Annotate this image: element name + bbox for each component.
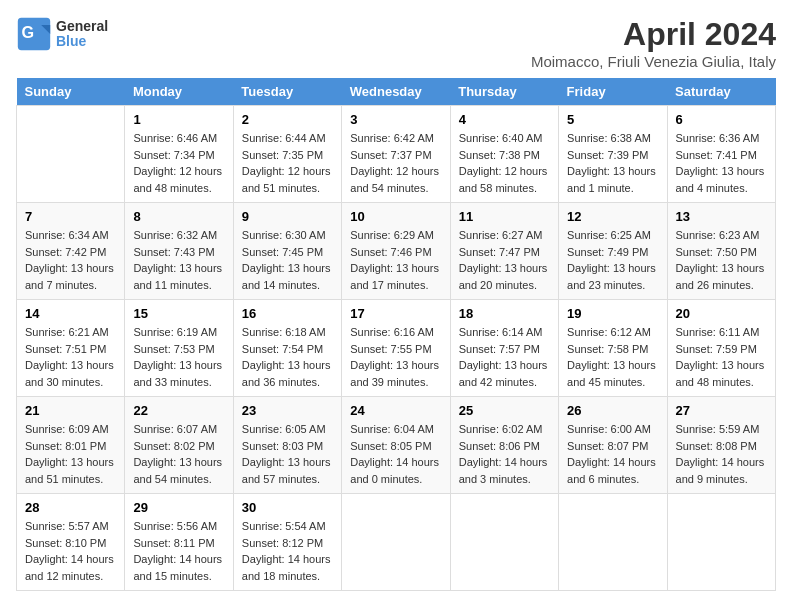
- day-info: Sunrise: 6:21 AM Sunset: 7:51 PM Dayligh…: [25, 324, 116, 390]
- day-info: Sunrise: 6:11 AM Sunset: 7:59 PM Dayligh…: [676, 324, 767, 390]
- day-info: Sunrise: 6:18 AM Sunset: 7:54 PM Dayligh…: [242, 324, 333, 390]
- calendar-cell: 8Sunrise: 6:32 AM Sunset: 7:43 PM Daylig…: [125, 203, 233, 300]
- day-number: 12: [567, 209, 658, 224]
- calendar-cell: 9Sunrise: 6:30 AM Sunset: 7:45 PM Daylig…: [233, 203, 341, 300]
- calendar-cell: 24Sunrise: 6:04 AM Sunset: 8:05 PM Dayli…: [342, 397, 450, 494]
- day-number: 4: [459, 112, 550, 127]
- days-of-week-row: SundayMondayTuesdayWednesdayThursdayFrid…: [17, 78, 776, 106]
- page-header: G General Blue April 2024 Moimacco, Friu…: [16, 16, 776, 70]
- day-number: 1: [133, 112, 224, 127]
- calendar-week-row: 21Sunrise: 6:09 AM Sunset: 8:01 PM Dayli…: [17, 397, 776, 494]
- calendar-cell: 19Sunrise: 6:12 AM Sunset: 7:58 PM Dayli…: [559, 300, 667, 397]
- calendar-cell: 2Sunrise: 6:44 AM Sunset: 7:35 PM Daylig…: [233, 106, 341, 203]
- calendar-cell: 15Sunrise: 6:19 AM Sunset: 7:53 PM Dayli…: [125, 300, 233, 397]
- subtitle: Moimacco, Friuli Venezia Giulia, Italy: [531, 53, 776, 70]
- day-number: 5: [567, 112, 658, 127]
- day-of-week-header: Monday: [125, 78, 233, 106]
- calendar-cell: 5Sunrise: 6:38 AM Sunset: 7:39 PM Daylig…: [559, 106, 667, 203]
- day-info: Sunrise: 6:14 AM Sunset: 7:57 PM Dayligh…: [459, 324, 550, 390]
- day-info: Sunrise: 5:57 AM Sunset: 8:10 PM Dayligh…: [25, 518, 116, 584]
- calendar-cell: 11Sunrise: 6:27 AM Sunset: 7:47 PM Dayli…: [450, 203, 558, 300]
- day-of-week-header: Thursday: [450, 78, 558, 106]
- logo-text: General Blue: [56, 19, 108, 50]
- calendar-cell: 21Sunrise: 6:09 AM Sunset: 8:01 PM Dayli…: [17, 397, 125, 494]
- calendar-cell: 6Sunrise: 6:36 AM Sunset: 7:41 PM Daylig…: [667, 106, 775, 203]
- day-of-week-header: Tuesday: [233, 78, 341, 106]
- calendar-cell: [450, 494, 558, 591]
- calendar-cell: 26Sunrise: 6:00 AM Sunset: 8:07 PM Dayli…: [559, 397, 667, 494]
- calendar-cell: 25Sunrise: 6:02 AM Sunset: 8:06 PM Dayli…: [450, 397, 558, 494]
- day-info: Sunrise: 6:12 AM Sunset: 7:58 PM Dayligh…: [567, 324, 658, 390]
- day-number: 17: [350, 306, 441, 321]
- calendar-cell: 12Sunrise: 6:25 AM Sunset: 7:49 PM Dayli…: [559, 203, 667, 300]
- day-info: Sunrise: 5:59 AM Sunset: 8:08 PM Dayligh…: [676, 421, 767, 487]
- day-info: Sunrise: 6:25 AM Sunset: 7:49 PM Dayligh…: [567, 227, 658, 293]
- calendar-cell: [667, 494, 775, 591]
- day-number: 2: [242, 112, 333, 127]
- day-info: Sunrise: 6:02 AM Sunset: 8:06 PM Dayligh…: [459, 421, 550, 487]
- day-number: 14: [25, 306, 116, 321]
- day-info: Sunrise: 6:36 AM Sunset: 7:41 PM Dayligh…: [676, 130, 767, 196]
- calendar-cell: 14Sunrise: 6:21 AM Sunset: 7:51 PM Dayli…: [17, 300, 125, 397]
- day-info: Sunrise: 6:09 AM Sunset: 8:01 PM Dayligh…: [25, 421, 116, 487]
- calendar-cell: 17Sunrise: 6:16 AM Sunset: 7:55 PM Dayli…: [342, 300, 450, 397]
- day-number: 3: [350, 112, 441, 127]
- day-info: Sunrise: 6:16 AM Sunset: 7:55 PM Dayligh…: [350, 324, 441, 390]
- day-info: Sunrise: 6:46 AM Sunset: 7:34 PM Dayligh…: [133, 130, 224, 196]
- day-number: 7: [25, 209, 116, 224]
- day-number: 6: [676, 112, 767, 127]
- calendar-cell: 27Sunrise: 5:59 AM Sunset: 8:08 PM Dayli…: [667, 397, 775, 494]
- day-number: 27: [676, 403, 767, 418]
- day-number: 24: [350, 403, 441, 418]
- day-number: 29: [133, 500, 224, 515]
- calendar-cell: 7Sunrise: 6:34 AM Sunset: 7:42 PM Daylig…: [17, 203, 125, 300]
- calendar-cell: 10Sunrise: 6:29 AM Sunset: 7:46 PM Dayli…: [342, 203, 450, 300]
- day-number: 9: [242, 209, 333, 224]
- day-info: Sunrise: 6:30 AM Sunset: 7:45 PM Dayligh…: [242, 227, 333, 293]
- calendar-cell: 18Sunrise: 6:14 AM Sunset: 7:57 PM Dayli…: [450, 300, 558, 397]
- day-of-week-header: Wednesday: [342, 78, 450, 106]
- calendar-body: 1Sunrise: 6:46 AM Sunset: 7:34 PM Daylig…: [17, 106, 776, 591]
- calendar-header: SundayMondayTuesdayWednesdayThursdayFrid…: [17, 78, 776, 106]
- day-number: 11: [459, 209, 550, 224]
- logo: G General Blue: [16, 16, 108, 52]
- calendar-cell: 13Sunrise: 6:23 AM Sunset: 7:50 PM Dayli…: [667, 203, 775, 300]
- day-info: Sunrise: 6:19 AM Sunset: 7:53 PM Dayligh…: [133, 324, 224, 390]
- logo-icon: G: [16, 16, 52, 52]
- day-number: 26: [567, 403, 658, 418]
- day-number: 19: [567, 306, 658, 321]
- calendar-cell: [559, 494, 667, 591]
- calendar-table: SundayMondayTuesdayWednesdayThursdayFrid…: [16, 78, 776, 591]
- day-number: 18: [459, 306, 550, 321]
- calendar-week-row: 1Sunrise: 6:46 AM Sunset: 7:34 PM Daylig…: [17, 106, 776, 203]
- day-info: Sunrise: 6:40 AM Sunset: 7:38 PM Dayligh…: [459, 130, 550, 196]
- day-info: Sunrise: 6:07 AM Sunset: 8:02 PM Dayligh…: [133, 421, 224, 487]
- day-info: Sunrise: 5:56 AM Sunset: 8:11 PM Dayligh…: [133, 518, 224, 584]
- calendar-cell: 20Sunrise: 6:11 AM Sunset: 7:59 PM Dayli…: [667, 300, 775, 397]
- calendar-cell: 4Sunrise: 6:40 AM Sunset: 7:38 PM Daylig…: [450, 106, 558, 203]
- day-info: Sunrise: 6:44 AM Sunset: 7:35 PM Dayligh…: [242, 130, 333, 196]
- day-number: 10: [350, 209, 441, 224]
- day-info: Sunrise: 6:29 AM Sunset: 7:46 PM Dayligh…: [350, 227, 441, 293]
- day-info: Sunrise: 6:27 AM Sunset: 7:47 PM Dayligh…: [459, 227, 550, 293]
- calendar-cell: [17, 106, 125, 203]
- day-number: 22: [133, 403, 224, 418]
- calendar-cell: 16Sunrise: 6:18 AM Sunset: 7:54 PM Dayli…: [233, 300, 341, 397]
- logo-line1: General: [56, 19, 108, 34]
- day-info: Sunrise: 6:23 AM Sunset: 7:50 PM Dayligh…: [676, 227, 767, 293]
- day-number: 23: [242, 403, 333, 418]
- day-info: Sunrise: 6:05 AM Sunset: 8:03 PM Dayligh…: [242, 421, 333, 487]
- day-of-week-header: Saturday: [667, 78, 775, 106]
- day-number: 30: [242, 500, 333, 515]
- logo-line2: Blue: [56, 34, 108, 49]
- day-number: 15: [133, 306, 224, 321]
- calendar-cell: 1Sunrise: 6:46 AM Sunset: 7:34 PM Daylig…: [125, 106, 233, 203]
- day-info: Sunrise: 5:54 AM Sunset: 8:12 PM Dayligh…: [242, 518, 333, 584]
- calendar-cell: 3Sunrise: 6:42 AM Sunset: 7:37 PM Daylig…: [342, 106, 450, 203]
- calendar-cell: 30Sunrise: 5:54 AM Sunset: 8:12 PM Dayli…: [233, 494, 341, 591]
- day-number: 16: [242, 306, 333, 321]
- main-title: April 2024: [531, 16, 776, 53]
- day-info: Sunrise: 6:38 AM Sunset: 7:39 PM Dayligh…: [567, 130, 658, 196]
- day-of-week-header: Friday: [559, 78, 667, 106]
- calendar-cell: 28Sunrise: 5:57 AM Sunset: 8:10 PM Dayli…: [17, 494, 125, 591]
